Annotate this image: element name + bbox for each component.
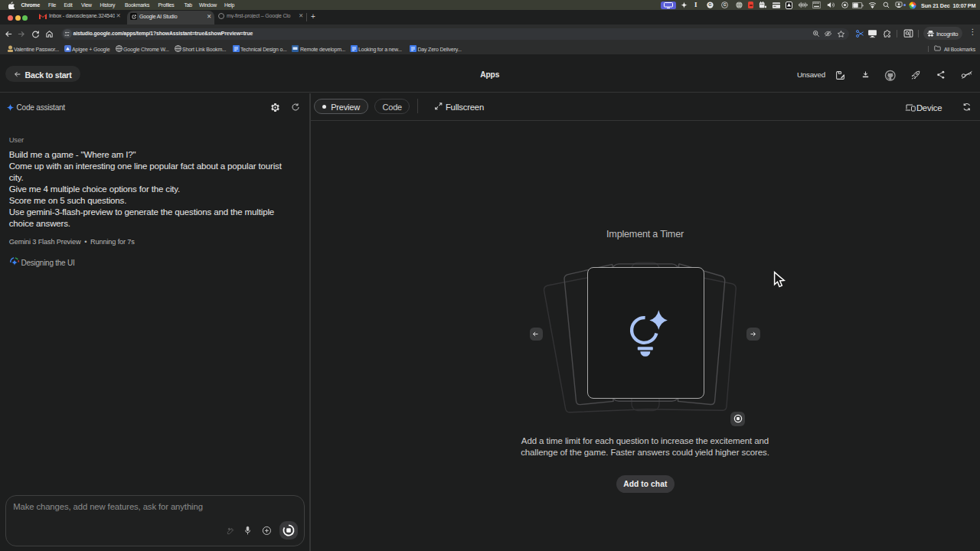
svg-text:G: G <box>708 2 712 7</box>
svg-text:G: G <box>724 3 727 7</box>
